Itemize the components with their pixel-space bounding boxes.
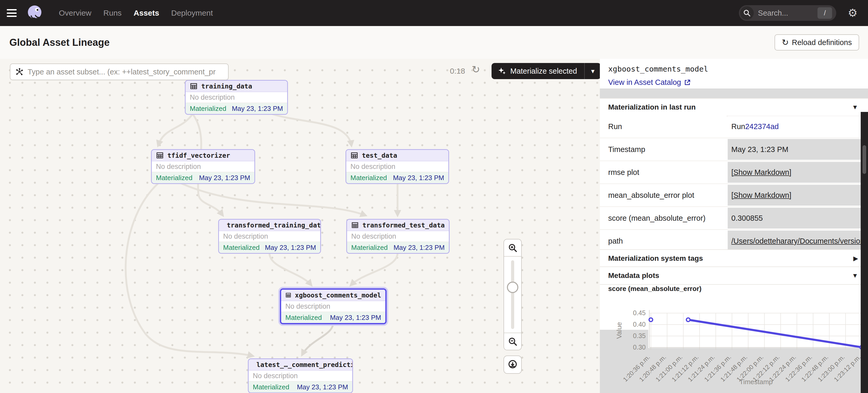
materialized-status: Materialized xyxy=(190,105,226,113)
zoom-in-button[interactable] xyxy=(504,239,521,257)
materialized-status: Materialized xyxy=(285,314,322,322)
asset-node-transformed-training-data[interactable]: transformed_training_data No description… xyxy=(218,219,321,254)
asset-node-footer: Materialized May 23, 1:23 PM xyxy=(346,172,448,183)
materialized-status: Materialized xyxy=(351,243,388,252)
data-point xyxy=(686,318,690,322)
scrollbar-thumb[interactable] xyxy=(863,145,866,174)
top-navigation-bar: Overview Runs Assets Deployment / ⚙ xyxy=(0,0,868,26)
asset-node-title: test_data xyxy=(362,152,397,159)
asset-node-xgboost-comments-model[interactable]: xgboost_comments_model No description Ma… xyxy=(280,288,386,324)
global-search[interactable]: / xyxy=(739,5,836,21)
table-icon xyxy=(285,291,291,299)
y-axis-title: Value xyxy=(615,304,623,357)
reload-definitions-button[interactable]: ↻ Reload definitions xyxy=(775,34,859,51)
search-shortcut-badge: / xyxy=(817,7,832,19)
asset-node-footer: Materialized May 23, 1:23 PM xyxy=(281,312,385,323)
asset-node-header: transformed_test_data xyxy=(347,220,449,231)
asset-details-panel: xgboost_comments_model View in Asset Cat… xyxy=(600,59,868,393)
y-tick-label: 0.40 xyxy=(622,321,646,328)
zoom-slider-rail[interactable] xyxy=(511,260,514,329)
search-input[interactable] xyxy=(757,9,805,18)
table-icon xyxy=(190,82,197,90)
nav-deployment[interactable]: Deployment xyxy=(171,9,213,18)
materialize-selected-button[interactable]: Materialize selected ▾ xyxy=(492,63,600,79)
refresh-timer: 0:18 xyxy=(450,67,465,75)
asset-node-description: No description xyxy=(281,301,385,312)
asset-node-description: No description xyxy=(346,161,448,172)
asset-node-description: No description xyxy=(186,92,287,103)
y-tick-label: 0.30 xyxy=(622,343,646,351)
page-header: Global Asset Lineage ↻ Reload definition… xyxy=(0,26,868,59)
nav-assets[interactable]: Assets xyxy=(133,9,159,18)
score-line-chart xyxy=(600,59,868,393)
asset-node-latest-comment-predictions[interactable]: latest_…_comment_predictions No descript… xyxy=(248,358,353,393)
y-tick-label: 0.35 xyxy=(622,332,646,340)
materialized-date[interactable]: May 23, 1:23 PM xyxy=(393,174,444,182)
primary-nav: Overview Runs Assets Deployment xyxy=(59,9,213,18)
asset-node-footer: Materialized May 23, 1:23 PM xyxy=(219,242,320,253)
materialized-status: Materialized xyxy=(156,174,192,182)
materialized-status: Materialized xyxy=(223,243,259,252)
panel-scrollbar[interactable] xyxy=(861,112,868,393)
asset-node-description: No description xyxy=(152,161,254,172)
asset-lineage-canvas[interactable]: training_data No description Materialize… xyxy=(0,59,600,393)
table-icon xyxy=(350,152,358,159)
asset-node-title: training_data xyxy=(201,83,252,90)
nav-runs[interactable]: Runs xyxy=(103,9,122,18)
zoom-out-button[interactable] xyxy=(504,333,521,350)
materialize-dropdown-caret[interactable]: ▾ xyxy=(585,67,600,75)
asset-node-description: No description xyxy=(347,231,449,242)
asset-node-header: transformed_training_data xyxy=(219,220,320,231)
asset-node-header: training_data xyxy=(186,81,287,92)
settings-gear-icon[interactable]: ⚙ xyxy=(848,7,858,19)
zoom-controls xyxy=(503,239,522,350)
asset-node-transformed-test-data[interactable]: transformed_test_data No description Mat… xyxy=(346,219,450,254)
asset-node-header: latest_…_comment_predictions xyxy=(249,359,352,371)
x-axis-title: Timestamp xyxy=(704,378,808,386)
table-icon xyxy=(156,152,164,159)
asset-node-description: No description xyxy=(219,231,320,242)
materialized-status: Materialized xyxy=(253,383,289,391)
asset-node-title: latest_…_comment_predictions xyxy=(256,361,353,368)
materialized-date[interactable]: May 23, 1:23 PM xyxy=(297,383,348,391)
page-title: Global Asset Lineage xyxy=(9,37,110,48)
asset-subset-filter[interactable] xyxy=(10,64,228,80)
asset-subset-input[interactable] xyxy=(27,67,221,76)
asset-node-title: transformed_training_data xyxy=(227,222,321,229)
asset-node-footer: Materialized May 23, 1:23 PM xyxy=(152,172,254,183)
nav-overview[interactable]: Overview xyxy=(59,9,91,18)
data-point xyxy=(649,318,653,322)
download-icon xyxy=(507,359,518,370)
table-icon xyxy=(351,221,359,229)
dagster-logo[interactable] xyxy=(26,4,43,22)
asset-node-title: transformed_test_data xyxy=(363,222,445,229)
asset-node-training-data[interactable]: training_data No description Materialize… xyxy=(185,80,288,115)
materialized-date[interactable]: May 23, 1:23 PM xyxy=(265,243,316,252)
zoom-slider-handle[interactable] xyxy=(507,282,518,293)
hamburger-menu-icon[interactable] xyxy=(7,9,17,17)
asset-node-test-data[interactable]: test_data No description Materialized Ma… xyxy=(345,149,449,184)
materialized-date[interactable]: May 23, 1:23 PM xyxy=(232,105,283,113)
asset-node-footer: Materialized May 23, 1:23 PM xyxy=(249,382,352,392)
asset-node-title: tfidf_vectorizer xyxy=(167,152,230,159)
sparkle-icon xyxy=(497,66,507,76)
materialized-status: Materialized xyxy=(350,174,387,182)
materialized-date[interactable]: May 23, 1:23 PM xyxy=(199,174,250,182)
asset-node-header: tfidf_vectorizer xyxy=(152,150,254,161)
reload-icon: ↻ xyxy=(782,38,789,46)
asset-node-footer: Materialized May 23, 1:23 PM xyxy=(347,242,449,253)
refresh-icon[interactable]: ↻ xyxy=(472,65,480,74)
materialized-date[interactable]: May 23, 1:23 PM xyxy=(330,314,381,322)
asset-graph-icon xyxy=(15,67,24,76)
asset-node-footer: Materialized May 23, 1:23 PM xyxy=(186,103,287,114)
search-icon xyxy=(740,6,754,20)
asset-node-header: xgboost_comments_model xyxy=(281,290,385,301)
asset-node-title: xgboost_comments_model xyxy=(295,292,381,299)
materialized-date[interactable]: May 23, 1:23 PM xyxy=(393,243,445,252)
asset-node-description: No description xyxy=(249,371,352,382)
asset-node-tfidf-vectorizer[interactable]: tfidf_vectorizer No description Material… xyxy=(151,149,255,184)
asset-node-header: test_data xyxy=(346,150,448,161)
zoom-slider[interactable] xyxy=(504,257,521,333)
download-graph-button[interactable] xyxy=(503,356,522,374)
y-tick-label: 0.45 xyxy=(622,309,646,317)
